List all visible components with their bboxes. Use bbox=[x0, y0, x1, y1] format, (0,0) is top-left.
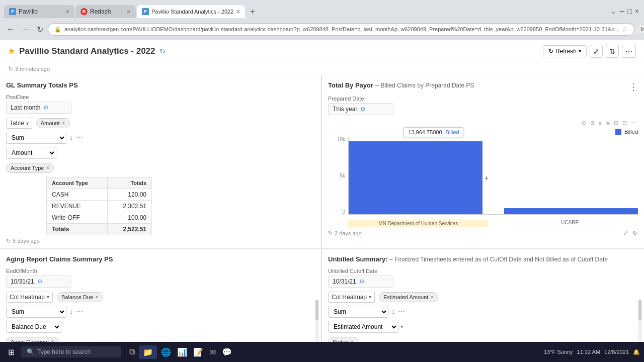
account-type-close[interactable]: × bbox=[46, 164, 49, 171]
aging-title: Aging Report Claims Summary PS bbox=[6, 255, 315, 263]
amount-filter-select[interactable]: Amount bbox=[6, 147, 56, 159]
estimated-amount-close[interactable]: × bbox=[430, 294, 434, 301]
bookmark-icon[interactable]: ☆ bbox=[622, 26, 628, 33]
star-icon[interactable]: ★ bbox=[8, 46, 15, 56]
chart-btn-7[interactable]: ⋯ bbox=[629, 119, 638, 127]
balance-due-close[interactable]: × bbox=[95, 294, 99, 301]
aging-more-icon[interactable]: ⋯ bbox=[76, 308, 83, 316]
estimated-amount-filter-row: Estimated Amount ▾ bbox=[328, 321, 638, 333]
chart-x-axis: MN Department of Human Services UCARE bbox=[348, 220, 638, 227]
table-select-label: Table bbox=[10, 120, 24, 127]
aging-heatmap-select[interactable]: Col Heatmap ▾ bbox=[6, 292, 53, 303]
unbilled-cutoff-filter-icon[interactable]: ⚙ bbox=[359, 278, 365, 285]
url-text[interactable]: analytics.cashnextgen.com/PAVILLIODEMO/d… bbox=[64, 26, 619, 32]
teams-btn[interactable]: 💬 bbox=[220, 345, 234, 359]
payor-expand-btn[interactable]: ⤢ bbox=[623, 229, 628, 237]
back-button[interactable]: ← bbox=[4, 24, 17, 35]
refresh-icon: ↻ bbox=[548, 48, 553, 55]
filter-link-icon[interactable]: ⚙ bbox=[43, 104, 49, 111]
unbilled-heatmap-label: Col Heatmap bbox=[332, 294, 367, 301]
payor-updated-text: 2 days ago bbox=[335, 230, 362, 236]
col-totals: Totals bbox=[107, 177, 151, 189]
prepared-date-filter-icon[interactable]: ⚙ bbox=[360, 106, 366, 113]
unbilled-sort-icon[interactable]: ↕ bbox=[391, 308, 395, 316]
end-of-month-value: 10/31/21 ⚙ bbox=[6, 276, 71, 288]
unbilled-title: Unbilled Summary: bbox=[328, 255, 387, 263]
start-button[interactable]: ⊞ bbox=[4, 345, 19, 359]
search-bar[interactable]: 🔍Type here to search bbox=[21, 346, 121, 357]
expand-button[interactable]: ⤢ bbox=[590, 45, 603, 58]
chart-btn-3[interactable]: ≡ bbox=[597, 120, 603, 127]
more-options-button[interactable]: ⋯ bbox=[622, 45, 636, 58]
unbilled-more-icon[interactable]: ⋯ bbox=[398, 308, 405, 316]
tooltip-value: 13,964.75000 bbox=[408, 129, 442, 135]
payor-more-icon[interactable]: ⋮ bbox=[629, 81, 638, 93]
prepared-date-text: This year bbox=[333, 106, 357, 113]
share-button[interactable]: ⇅ bbox=[606, 45, 619, 58]
taskbar-notification[interactable]: 🔔 bbox=[633, 349, 640, 355]
close-window-icon[interactable]: × bbox=[634, 6, 640, 16]
restore-icon[interactable]: □ bbox=[626, 6, 632, 16]
tab-close-pavillio[interactable]: × bbox=[65, 8, 69, 16]
tab-close-redash[interactable]: × bbox=[127, 8, 131, 16]
edge-btn[interactable]: 🌐 bbox=[159, 345, 173, 359]
sum-select[interactable]: Sum bbox=[6, 132, 66, 144]
balance-due-filter-row: Balance Due bbox=[6, 321, 315, 333]
sort-icon[interactable]: ↕ bbox=[69, 134, 73, 142]
gl-table: Account Type Totals CASH120.00REVENUE2,3… bbox=[46, 177, 152, 235]
payor-last-updated: ↻ 2 days ago bbox=[328, 230, 362, 236]
bar-group-ucare bbox=[504, 208, 638, 214]
payor-refresh-btn[interactable]: ↻ bbox=[632, 229, 638, 237]
estimated-amount-pill[interactable]: Estimated Amount × bbox=[379, 292, 438, 302]
x-label-ucare: UCARE bbox=[502, 220, 638, 227]
minimize-icon[interactable]: ─ bbox=[618, 6, 625, 16]
tab-bar: P Pavillio × R Redash × P Pavillio Stand… bbox=[0, 0, 644, 18]
reload-button[interactable]: ↻ bbox=[34, 24, 46, 35]
refresh-button[interactable]: ↻ Refresh ▾ bbox=[543, 45, 587, 57]
chart-bars-container: 13,964.75000 Billed + bbox=[348, 137, 638, 215]
taskbar-date: 12/8/2021 bbox=[604, 349, 629, 355]
aging-scroll-thumb[interactable] bbox=[315, 300, 318, 320]
amount-pill-close[interactable]: × bbox=[62, 120, 65, 127]
chart-btn-4[interactable]: ◈ bbox=[604, 119, 611, 127]
tab-redash[interactable]: R Redash × bbox=[75, 5, 136, 18]
account-type-pill[interactable]: Account Type × bbox=[6, 163, 54, 173]
taskview-btn[interactable]: ⧉ bbox=[127, 345, 137, 359]
aging-sum-row: Sum ↕ ⋯ bbox=[6, 306, 315, 318]
unbilled-heatmap-select[interactable]: Col Heatmap ▾ bbox=[328, 292, 375, 303]
chart-btn-6[interactable]: ⊟ bbox=[621, 119, 628, 127]
word-btn[interactable]: 📝 bbox=[191, 345, 205, 359]
tab-close-analytics[interactable]: × bbox=[236, 8, 240, 16]
excel-btn[interactable]: 📊 bbox=[175, 345, 189, 359]
add-tab-button[interactable]: + bbox=[246, 6, 259, 17]
balance-due-pill[interactable]: Balance Due × bbox=[57, 292, 103, 302]
table-select-box[interactable]: Table ▾ bbox=[6, 118, 32, 129]
amount-pill[interactable]: Amount × bbox=[36, 118, 70, 128]
gl-card-footer: ↻ 5 days ago bbox=[6, 238, 40, 244]
taskbar-right: 13°F Sunny 11:12 AM 12/8/2021 🔔 bbox=[544, 349, 640, 355]
estimated-amount-filter-select[interactable]: Estimated Amount bbox=[328, 321, 398, 333]
aging-sort-icon[interactable]: ↕ bbox=[69, 308, 73, 316]
balance-due-filter-select[interactable]: Balance Due bbox=[6, 321, 61, 333]
explorer-btn[interactable]: 📁 bbox=[139, 345, 157, 359]
more-icon-sum[interactable]: ⋯ bbox=[76, 134, 83, 142]
refresh-cycle-icon[interactable]: ↻ bbox=[159, 47, 166, 55]
table-cell: 2,302.51 bbox=[107, 201, 151, 212]
forward-button[interactable]: → bbox=[19, 24, 32, 35]
chart-btn-1[interactable]: ⊕ bbox=[580, 119, 588, 127]
unbilled-sum-select[interactable]: Sum bbox=[328, 306, 388, 318]
chart-btn-5[interactable]: ⊡ bbox=[612, 119, 620, 127]
end-of-month-filter-icon[interactable]: ⚙ bbox=[37, 278, 43, 285]
bar-mn: 13,964.75000 Billed + bbox=[349, 141, 482, 214]
profile-icon[interactable]: ⌄ bbox=[609, 6, 617, 16]
url-input-box[interactable]: 🔒 analytics.cashnextgen.com/PAVILLIODEMO… bbox=[48, 23, 634, 36]
col-account-type: Account Type bbox=[47, 177, 108, 189]
post-date-label: PostDate bbox=[6, 94, 315, 100]
unbilled-scroll-thumb[interactable] bbox=[638, 300, 641, 320]
chart-btn-2[interactable]: ⊠ bbox=[589, 119, 596, 127]
aging-sum-select[interactable]: Sum bbox=[6, 306, 66, 318]
tab-pavillio-analytics[interactable]: P Pavillio Standard Analytics - 2022 × bbox=[137, 5, 245, 18]
mail-btn[interactable]: ✉ bbox=[207, 345, 218, 359]
gl-summary-card: GL Summary Totals PS PostDate Last month… bbox=[0, 75, 322, 249]
tab-pavillio[interactable]: P Pavillio × bbox=[4, 5, 74, 18]
